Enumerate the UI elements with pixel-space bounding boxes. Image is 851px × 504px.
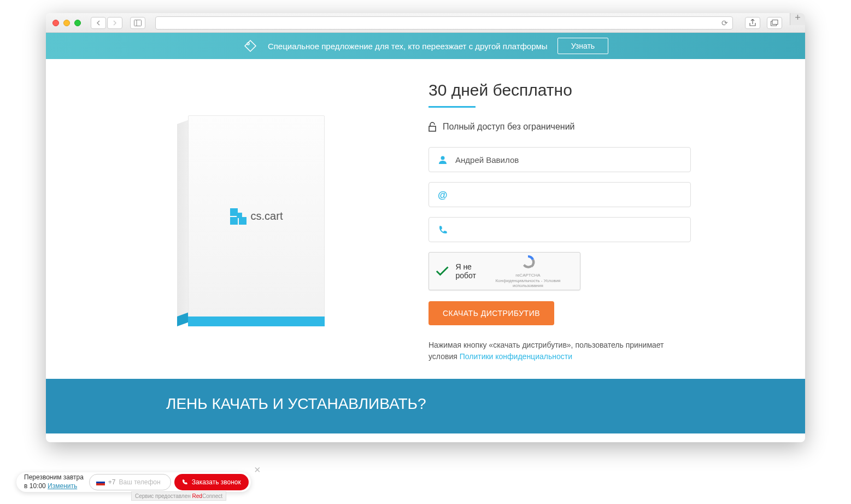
browser-titlebar: ⟳ + bbox=[46, 13, 805, 33]
callback-info: Перезвоним завтра в 10:00 Изменить bbox=[24, 473, 84, 490]
tag-icon bbox=[243, 38, 258, 54]
address-bar[interactable]: ⟳ bbox=[155, 16, 733, 30]
chevron-right-icon bbox=[112, 20, 118, 26]
promo-learn-button[interactable]: Узнать bbox=[557, 38, 608, 54]
callback-button-label: Заказать звонок bbox=[192, 478, 241, 486]
recaptcha-badge: reCAPTCHA Конфиденциальность - Условия и… bbox=[483, 254, 573, 288]
cscart-logo: cs.cart bbox=[230, 208, 283, 225]
callback-close-button[interactable]: × bbox=[254, 464, 261, 476]
recaptcha-terms: Конфиденциальность - Условия использован… bbox=[483, 278, 573, 289]
logo-text: cs.cart bbox=[251, 210, 283, 222]
chevron-left-icon bbox=[96, 20, 101, 26]
reload-icon[interactable]: ⟳ bbox=[721, 19, 728, 27]
recaptcha-widget[interactable]: Я не робот reCAPTCHA Конфиденциальность … bbox=[429, 252, 580, 290]
logo-squares-icon bbox=[230, 208, 247, 225]
download-button[interactable]: СКАЧАТЬ ДИСТРИБУТИВ bbox=[429, 301, 554, 325]
name-field-wrapper bbox=[429, 147, 691, 172]
svg-rect-0 bbox=[134, 20, 142, 26]
recaptcha-icon bbox=[520, 254, 536, 270]
promo-text: Специальное предложение для тех, кто пер… bbox=[268, 42, 548, 51]
blue-cta-section: ЛЕНЬ КАЧАТЬ И УСТАНАВЛИВАТЬ? bbox=[46, 379, 805, 433]
browser-window: ⟳ + Специальное предложение для тех, кто… bbox=[46, 13, 805, 442]
captcha-label: Я не робот bbox=[455, 262, 476, 280]
callback-order-button[interactable]: Заказать звонок bbox=[174, 474, 249, 490]
access-info: Полный доступ без ограничений bbox=[429, 122, 691, 132]
recaptcha-brand: reCAPTCHA bbox=[483, 273, 573, 278]
tabs-icon bbox=[771, 20, 778, 26]
email-field-wrapper: @ bbox=[429, 182, 691, 207]
svg-rect-3 bbox=[772, 20, 778, 24]
callback-change-link[interactable]: Изменить bbox=[48, 482, 77, 490]
signup-form: 30 дней бесплатно Полный доступ без огра… bbox=[429, 81, 691, 362]
callback-bubble: Перезвоним завтра в 10:00 Изменить +7 Ва… bbox=[16, 472, 251, 492]
traffic-lights bbox=[52, 20, 81, 26]
forward-button[interactable] bbox=[107, 17, 122, 29]
unlock-icon bbox=[429, 122, 436, 132]
product-box-image: cs.cart bbox=[101, 81, 407, 362]
email-input[interactable] bbox=[455, 190, 682, 200]
callback-line1: Перезвоним завтра bbox=[24, 473, 84, 482]
sidebar-icon bbox=[134, 20, 142, 26]
credit-brand-red: Red bbox=[192, 493, 202, 499]
name-input[interactable] bbox=[455, 155, 682, 165]
back-button[interactable] bbox=[91, 17, 106, 29]
checkmark-icon bbox=[436, 266, 449, 277]
phone-input[interactable] bbox=[455, 225, 682, 235]
main-content: cs.cart 30 дней бесплатно Полный доступ … bbox=[46, 59, 805, 379]
flag-ru-icon bbox=[96, 479, 105, 485]
person-icon bbox=[438, 155, 448, 165]
sidebar-toggle-button[interactable] bbox=[130, 17, 145, 29]
blue-heading: ЛЕНЬ КАЧАТЬ И УСТАНАВЛИВАТЬ? bbox=[166, 395, 685, 413]
share-icon bbox=[749, 19, 756, 27]
phone-icon bbox=[438, 225, 448, 235]
minimize-window-button[interactable] bbox=[63, 20, 70, 26]
product-box: cs.cart bbox=[177, 115, 330, 329]
share-button[interactable] bbox=[745, 17, 760, 29]
form-heading: 30 дней бесплатно bbox=[429, 81, 691, 99]
phone-icon bbox=[182, 479, 189, 485]
callback-phone-field[interactable]: +7 Ваш телефон bbox=[89, 474, 171, 490]
credit-prefix: Сервис предоставлен bbox=[135, 493, 192, 499]
callback-time: в 10:00 bbox=[24, 482, 48, 490]
callback-credit: Сервис предоставлен RedConnect bbox=[131, 491, 226, 501]
access-text: Полный доступ без ограничений bbox=[443, 122, 575, 132]
legal-text: Нажимая кнопку «скачать дистрибутив», по… bbox=[429, 339, 691, 362]
heading-underline bbox=[429, 106, 476, 108]
phone-placeholder: Ваш телефон bbox=[119, 478, 161, 486]
credit-brand-connect: Connect bbox=[202, 493, 222, 499]
privacy-policy-link[interactable]: Политики конфиденциальности bbox=[460, 352, 572, 361]
maximize-window-button[interactable] bbox=[74, 20, 81, 26]
close-window-button[interactable] bbox=[52, 20, 59, 26]
nav-buttons bbox=[91, 17, 122, 29]
phone-prefix: +7 bbox=[108, 478, 116, 486]
promo-banner: Специальное предложение для тех, кто пер… bbox=[46, 33, 805, 59]
phone-field-wrapper bbox=[429, 217, 691, 242]
callback-widget: Перезвоним завтра в 10:00 Изменить +7 Ва… bbox=[16, 472, 251, 492]
new-tab-button[interactable]: + bbox=[790, 13, 805, 25]
svg-point-4 bbox=[441, 156, 445, 160]
tabs-button[interactable] bbox=[767, 17, 782, 29]
page-viewport: Специальное предложение для тех, кто пер… bbox=[46, 33, 805, 442]
at-icon: @ bbox=[438, 190, 448, 200]
